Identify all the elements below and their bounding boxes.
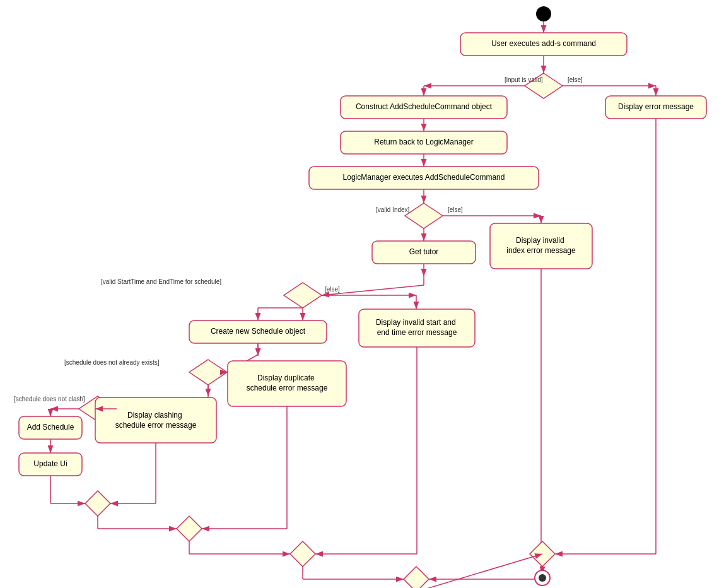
create-schedule-label: Create new Schedule object: [211, 327, 306, 336]
update-ui-label: Update Ui: [33, 459, 67, 468]
label-valid-index: [valid Index]: [376, 206, 410, 213]
merge-diamond-3: [290, 541, 315, 567]
merge-diamond-1: [85, 491, 110, 516]
get-tutor-label: Get tutor: [409, 247, 439, 256]
label-else1: [else]: [568, 76, 583, 83]
construct-label: Construct AddScheduleCommand object: [356, 102, 493, 111]
label-no-duplicate: [schedule does not already exists]: [64, 359, 160, 366]
label-else2: [else]: [448, 206, 463, 213]
start-node: [536, 6, 551, 21]
decision-no-duplicate: [189, 360, 227, 385]
label-no-clash: [schedule does not clash]: [14, 396, 85, 403]
merge-diamond-4: [404, 567, 429, 588]
label-input-valid: [input is valid]: [505, 76, 543, 83]
user-executes-label: User executes add-s command: [491, 39, 596, 48]
decision-valid-time: [284, 283, 322, 308]
add-schedule-label: Add Schedule: [27, 423, 74, 432]
display-error-label: Display error message: [618, 102, 694, 111]
decision-valid-index: [405, 203, 443, 228]
label-else3: [else]: [325, 286, 340, 293]
diagram-container: User executes add-s command [input is va…: [0, 0, 724, 588]
label-valid-time: [valid StartTime and EndTime for schedul…: [101, 278, 221, 285]
end-inner: [539, 574, 546, 582]
return-label: Return back to LogicManager: [374, 138, 473, 146]
merge-diamond-2: [177, 516, 202, 541]
logic-label: LogicManager executes AddScheduleCommand: [343, 173, 505, 182]
display-clashing-box: [95, 397, 216, 443]
svg-line-30: [416, 554, 542, 588]
